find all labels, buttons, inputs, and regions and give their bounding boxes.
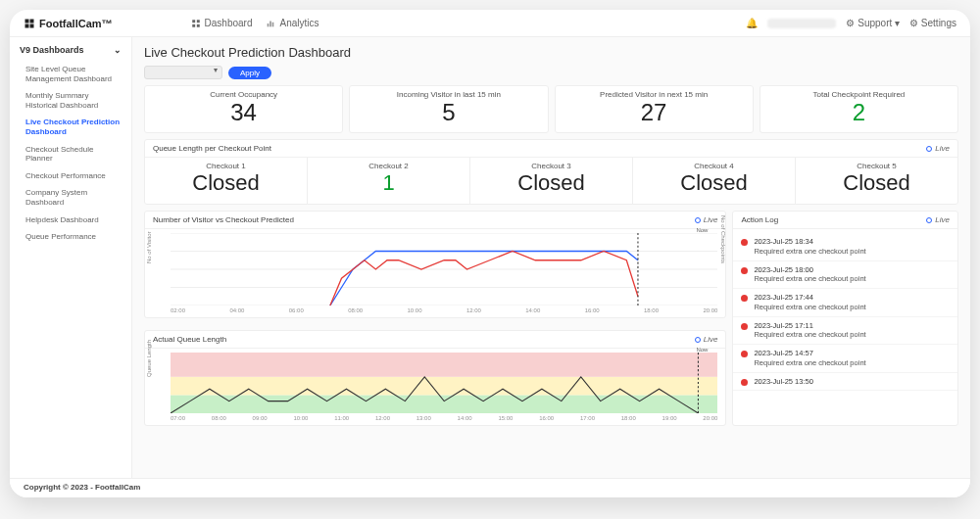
y2-axis-label: No of Checkpoints (720, 215, 726, 263)
kpi-value: 27 (556, 99, 753, 126)
checkout-value: Closed (796, 170, 957, 196)
nav-analytics[interactable]: Analytics (266, 18, 318, 28)
kpi-label: Current Occupancy (145, 90, 342, 99)
action-message: Required extra one checkout point (754, 247, 865, 257)
queue-chart-title: Actual Queue Length (153, 335, 226, 344)
apply-button[interactable]: Apply (228, 67, 271, 79)
checkout-cell: Checkout 1Closed (145, 158, 308, 204)
nav-analytics-label: Analytics (279, 18, 318, 28)
kpi-card: Current Occupancy34 (144, 85, 343, 133)
svg-rect-4 (268, 24, 270, 26)
alert-dot-icon (741, 379, 748, 386)
action-message: Required extra one checkout point (754, 330, 865, 340)
checkout-value: Closed (633, 170, 795, 196)
control-row: Apply (144, 66, 958, 79)
queue-panel-title: Queue Length per Checkout Point (153, 144, 271, 153)
action-log-item: 2023-Jul-25 17:44Required extra one chec… (733, 289, 957, 317)
brand-text: FootfallCam™ (39, 18, 113, 29)
svg-rect-0 (192, 20, 195, 23)
y-axis-label: No of Visitor (146, 231, 152, 263)
kpi-value: 34 (145, 99, 342, 126)
sidebar-heading[interactable]: V9 Dashboards ⌄ (20, 45, 122, 55)
nav-dashboard-label: Dashboard (205, 18, 253, 28)
queue-chart-panel: Actual Queue Length Live Queue Length No… (144, 330, 726, 426)
action-log-list[interactable]: 2023-Jul-25 18:34Required extra one chec… (733, 229, 957, 394)
kpi-label: Total Checkpoint Required (760, 90, 957, 99)
sidebar-item[interactable]: Checkout Schedule Planner (20, 141, 122, 167)
kpi-card: Predicted Visitor in next 15 min27 (555, 85, 754, 133)
y-axis-label: Queue Length (146, 340, 152, 377)
logo-icon (24, 18, 35, 29)
checkout-label: Checkout 3 (470, 162, 632, 170)
action-log-item: 2023-Jul-25 18:00Required extra one chec… (733, 261, 957, 290)
live-indicator: Live (695, 335, 718, 344)
sidebar-item[interactable]: Site Level Queue Management Dashboard (20, 61, 122, 87)
alert-dot-icon (741, 239, 748, 246)
dashboard-icon (191, 19, 201, 28)
sidebar: V9 Dashboards ⌄ Site Level Queue Managem… (10, 37, 132, 478)
action-message: Required extra one checkout point (754, 358, 865, 368)
notification-bell-icon[interactable]: 🔔 (746, 18, 758, 28)
live-indicator: Live (695, 215, 718, 224)
checkout-cell: Checkout 3Closed (470, 158, 633, 204)
site-select[interactable] (144, 66, 222, 79)
kpi-card: Total Checkpoint Required2 (760, 85, 958, 133)
queue-chart: Queue Length Now (145, 349, 725, 415)
action-time: 2023-Jul-25 18:34 (754, 237, 865, 247)
top-nav: Dashboard Analytics (191, 18, 319, 28)
alert-dot-icon (741, 267, 748, 274)
svg-rect-2 (192, 24, 195, 26)
checkout-label: Checkout 4 (633, 162, 795, 170)
page-title: Live Checkout Prediction Dashboard (144, 45, 958, 60)
kpi-value: 5 (350, 99, 547, 126)
visitor-chart-title: Number of Visitor vs Checkout Predicted (153, 215, 294, 224)
svg-rect-15 (171, 353, 717, 377)
action-log-panel: Action Log Live 2023-Jul-25 18:34Require… (732, 211, 958, 426)
checkout-label: Checkout 2 (308, 162, 469, 170)
checkout-cell: Checkout 21 (308, 158, 470, 204)
svg-rect-3 (196, 24, 199, 26)
action-log-item: 2023-Jul-25 13:50 (733, 373, 957, 392)
svg-rect-1 (196, 20, 199, 23)
footer: Copyright © 2023 - FootfallCam (10, 478, 970, 497)
nav-dashboard[interactable]: Dashboard (191, 18, 253, 28)
sidebar-item[interactable]: Company System Dashboard (20, 184, 122, 211)
checkout-cell: Checkout 4Closed (633, 158, 796, 204)
checkout-value: Closed (145, 170, 307, 196)
analytics-icon (266, 19, 275, 28)
sidebar-item[interactable]: Monthly Summary Historical Dashboard (20, 87, 122, 114)
topbar-right: 🔔 ⚙ Support ▾ ⚙ Settings (746, 18, 956, 28)
svg-rect-6 (272, 22, 274, 26)
main-content: Live Checkout Prediction Dashboard Apply… (132, 37, 970, 478)
action-time: 2023-Jul-25 18:00 (754, 265, 865, 275)
live-indicator: Live (926, 215, 950, 224)
live-indicator: Live (926, 144, 950, 153)
settings-link[interactable]: ⚙ Settings (909, 18, 956, 28)
svg-rect-5 (270, 21, 272, 26)
action-log-title: Action Log (741, 215, 778, 224)
now-label: Now (696, 227, 708, 233)
sidebar-item[interactable]: Checkout Performance (20, 167, 122, 185)
kpi-value: 2 (760, 99, 957, 126)
kpi-label: Incoming Visitor in last 15 min (350, 90, 547, 99)
chevron-down-icon: ⌄ (114, 45, 122, 55)
alert-dot-icon (741, 295, 748, 302)
checkout-label: Checkout 5 (796, 162, 957, 170)
action-log-item: 2023-Jul-25 17:11Required extra one chec… (733, 317, 957, 346)
checkout-label: Checkout 1 (145, 162, 307, 170)
action-time: 2023-Jul-25 17:44 (754, 293, 865, 303)
queue-length-panel: Queue Length per Checkout Point Live Che… (144, 139, 958, 205)
action-time: 2023-Jul-25 14:57 (754, 349, 865, 358)
action-log-item: 2023-Jul-25 14:57Required extra one chec… (733, 345, 957, 373)
kpi-label: Predicted Visitor in next 15 min (556, 90, 753, 99)
sidebar-item[interactable]: Helpdesk Dashboard (20, 212, 122, 229)
checkout-cell: Checkout 5Closed (796, 158, 957, 204)
svg-rect-13 (171, 395, 717, 413)
kpi-card: Incoming Visitor in last 15 min5 (349, 85, 548, 133)
support-link[interactable]: ⚙ Support ▾ (846, 18, 900, 28)
sidebar-item[interactable]: Live Checkout Prediction Dashboard (20, 114, 122, 140)
action-time: 2023-Jul-25 17:11 (754, 321, 865, 331)
checkout-value: Closed (470, 170, 632, 196)
sidebar-item[interactable]: Queue Performance (20, 228, 122, 246)
user-menu[interactable] (767, 19, 836, 28)
